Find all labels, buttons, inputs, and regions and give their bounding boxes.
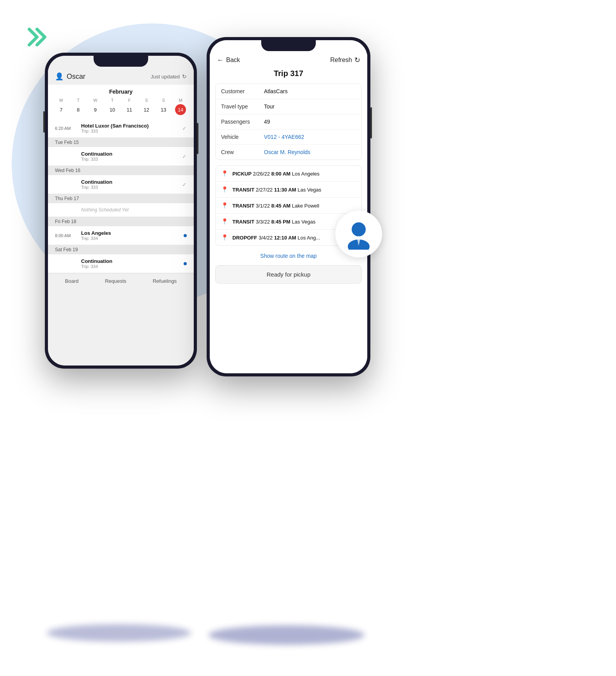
check-icon: ✓ — [182, 125, 187, 131]
phone-right: ← Back Refresh ↻ Trip 317 Customer Atlas… — [207, 37, 370, 376]
stop-loc-dropoff: Los Ang... — [297, 235, 320, 241]
customer-label: Customer — [221, 88, 264, 94]
refresh-icon-small[interactable]: ↻ — [182, 73, 187, 80]
trip-dot-indicator-2 — [184, 262, 187, 265]
shadow-right — [209, 625, 365, 645]
trip-item-continuation-2[interactable]: Continuation Trip: 333 ✓ — [48, 175, 194, 194]
trip-details-nothing: Nothing Scheduled Yet — [81, 207, 187, 213]
trip-item-hotel-luxor[interactable]: 6:20 AM Hotel Luxor (San Francisco) Trip… — [48, 119, 194, 138]
side-button-right — [197, 123, 198, 154]
trip-name-la: Los Angeles — [81, 230, 179, 236]
travel-type-label: Travel type — [221, 103, 264, 110]
stop-loc-transit1: Las Vegas — [297, 187, 321, 193]
cal-day-11[interactable]: 11 — [124, 104, 135, 115]
stop-dropoff-text: DROPOFF 3/4/22 12:10 AM Los Ang... — [232, 235, 320, 241]
trip-name: Continuation — [81, 179, 177, 185]
vehicle-value[interactable]: V012 - 4YAE662 — [264, 134, 304, 140]
stop-pickup-text: PICKUP 2/26/22 8:00 AM Los Angeles — [232, 171, 320, 177]
trip-details-cont3: Continuation Trip: 334 — [81, 258, 179, 269]
trip-time-la: 8:00 AM — [55, 233, 76, 238]
trip-item-la[interactable]: 8:00 AM Los Angeles Trip: 334 — [48, 226, 194, 245]
calendar-section: February M T W T F S S M 7 8 9 10 11 — [48, 85, 194, 119]
trip-name: Continuation — [81, 151, 177, 157]
stop-date-pickup: 2/26/22 — [253, 171, 271, 177]
notch-left — [94, 56, 148, 67]
stop-type-dropoff: DROPOFF — [232, 235, 257, 241]
trip-subtext: Trip: 333 — [81, 129, 177, 133]
avatar-overlay — [335, 211, 382, 257]
travel-type-value: Tour — [264, 103, 274, 110]
cal-day-8[interactable]: 8 — [73, 104, 84, 115]
trip-item-continuation-3[interactable]: Continuation Trip: 334 — [48, 254, 194, 273]
stop-time-pickup: 8:00 AM — [271, 171, 290, 177]
crew-label: Crew — [221, 149, 264, 155]
info-row-passengers: Passengers 49 — [216, 114, 361, 130]
just-updated-label: Just updated — [151, 74, 180, 80]
info-table: Customer AtlasCars Travel type Tour Pass… — [215, 83, 362, 160]
cal-day-12[interactable]: 12 — [141, 104, 152, 115]
cal-day-13[interactable]: 13 — [158, 104, 169, 115]
stop-date-dropoff: 3/4/22 — [258, 235, 274, 241]
customer-value: AtlasCars — [264, 88, 288, 94]
refresh-button[interactable]: Refresh ↻ — [330, 56, 360, 64]
nav-board[interactable]: Board — [65, 278, 79, 284]
trip-subtext: Trip: 333 — [81, 157, 177, 161]
pin-icon-dropoff: 📍 — [221, 234, 228, 241]
calendar-days: 7 8 9 10 11 12 13 14 — [53, 104, 189, 115]
shadow-left — [47, 624, 191, 642]
pin-icon-transit2: 📍 — [221, 202, 228, 209]
stop-loc-transit3: Las Vegas — [292, 219, 316, 225]
pin-icon-pickup: 📍 — [221, 170, 228, 177]
refresh-icon: ↻ — [354, 56, 360, 64]
ready-btn-wrap: Ready for pickup — [210, 262, 367, 289]
crew-value[interactable]: Oscar M. Reynolds — [264, 149, 310, 155]
ready-for-pickup-button[interactable]: Ready for pickup — [215, 265, 362, 284]
stop-transit1-text: TRANSIT 2/27/22 11:30 AM Las Vegas — [232, 187, 321, 193]
trip-list: 6:20 AM Hotel Luxor (San Francisco) Trip… — [48, 119, 194, 289]
stop-transit2-text: TRANSIT 3/1/22 8:45 AM Lake Powell — [232, 203, 319, 209]
vehicle-label: Vehicle — [221, 134, 264, 140]
stop-type-transit2: TRANSIT — [232, 203, 254, 209]
info-row-vehicle: Vehicle V012 - 4YAE662 — [216, 130, 361, 145]
trip-subtext: Trip: 333 — [81, 185, 177, 190]
date-header-sat-feb19: Sat Feb 19 — [48, 245, 194, 254]
deco-chevrons — [23, 21, 55, 54]
stop-date-transit2: 3/1/22 — [256, 203, 271, 209]
trip-time: 6:20 AM — [55, 126, 76, 131]
info-row-customer: Customer AtlasCars — [216, 84, 361, 99]
cal-day-9[interactable]: 9 — [90, 104, 101, 115]
stop-pickup: 📍 PICKUP 2/26/22 8:00 AM Los Angeles — [216, 166, 361, 182]
svg-point-0 — [352, 222, 366, 236]
trip-subtext-cont3: Trip: 334 — [81, 264, 179, 269]
check-icon: ✓ — [182, 153, 187, 160]
cal-day-14-today[interactable]: 14 — [175, 104, 186, 115]
nav-refuelings[interactable]: Refuelings — [153, 278, 177, 284]
notch-right — [261, 40, 316, 51]
cal-day-10[interactable]: 10 — [107, 104, 118, 115]
stop-time-transit1: 11:30 AM — [274, 187, 296, 193]
trip-details-la: Los Angeles Trip: 334 — [81, 230, 179, 241]
stop-loc-pickup: Los Angeles — [292, 171, 320, 177]
calendar-days-header: M T W T F S S M — [53, 98, 189, 103]
stop-type-transit3: TRANSIT — [232, 219, 254, 225]
trip-item-nothing: Nothing Scheduled Yet — [48, 203, 194, 217]
trip-details: Hotel Luxor (San Francisco) Trip: 333 — [81, 123, 177, 133]
cal-day-7[interactable]: 7 — [56, 104, 67, 115]
passengers-label: Passengers — [221, 119, 264, 125]
status-area: Just updated ↻ — [151, 73, 187, 80]
back-button[interactable]: ← Back — [217, 56, 240, 64]
nothing-scheduled: Nothing Scheduled Yet — [81, 207, 187, 213]
refresh-label: Refresh — [330, 57, 352, 64]
nav-requests[interactable]: Requests — [105, 278, 126, 284]
stop-type-transit1: TRANSIT — [232, 187, 254, 193]
stop-transit-2: 📍 TRANSIT 3/1/22 8:45 AM Lake Powell — [216, 198, 361, 214]
trip-name-cont3: Continuation — [81, 258, 179, 264]
stop-date-transit3: 3/3/22 — [256, 219, 271, 225]
pin-icon-transit1: 📍 — [221, 186, 228, 193]
trip-subtext-la: Trip: 334 — [81, 236, 179, 241]
left-phone-header: 👤 Oscar Just updated ↻ — [48, 67, 194, 85]
stop-time-transit3: 8:45 PM — [271, 219, 290, 225]
date-header-tue-feb15: Tue Feb 15 — [48, 138, 194, 147]
stop-time-transit2: 8:45 AM — [271, 203, 290, 209]
trip-item-continuation-1[interactable]: Continuation Trip: 333 ✓ — [48, 147, 194, 166]
